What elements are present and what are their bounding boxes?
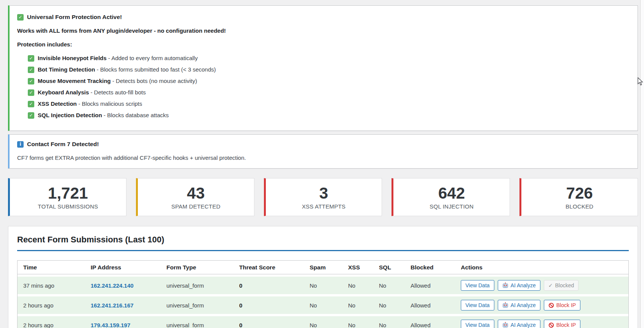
feature-desc: - Detects auto-fill bots <box>89 89 146 96</box>
cell-form-type: universal_form <box>161 302 233 309</box>
info-icon: i <box>17 141 24 148</box>
notice-body: CF7 forms get EXTRA protection with addi… <box>17 154 630 162</box>
window-scrollbar[interactable] <box>640 0 644 328</box>
stat-label: BLOCKED <box>521 203 638 210</box>
block-icon <box>548 322 554 328</box>
check-icon: ✓ <box>28 55 34 62</box>
header-threat-score: Threat Score <box>233 264 304 271</box>
table-row: 37 mins ago 162.241.224.140 universal_fo… <box>18 277 628 294</box>
feature-name: Mouse Movement Tracking <box>38 78 111 84</box>
stat-label: XSS ATTEMPTS <box>266 203 382 210</box>
protection-includes-label: Protection includes: <box>17 41 630 48</box>
stat-label: SPAM DETECTED <box>138 203 254 210</box>
table-row: 2 hours ago 179.43.159.197 universal_for… <box>18 316 628 328</box>
title-rule <box>17 250 629 251</box>
header-ip-address: IP Address <box>85 264 161 271</box>
cell-threat-score: 0 <box>233 322 304 328</box>
list-item: ✓ Invisible Honeypot Fields - Added to e… <box>28 54 630 62</box>
button-label: View Data <box>465 302 490 308</box>
view-data-button[interactable]: View Data <box>461 300 494 310</box>
stat-card-xss-attempts: 3 XSS ATTEMPTS <box>264 178 382 216</box>
notice-title-row: i Contact Form 7 Detected! <box>17 140 630 148</box>
feature-name: Bot Timing Detection <box>38 66 95 73</box>
feature-desc: - Blocks database attacks <box>102 112 169 118</box>
block-ip-button[interactable]: Block IP <box>544 300 580 310</box>
header-form-type: Form Type <box>161 264 233 271</box>
table-row: 2 hours ago 162.241.216.167 universal_fo… <box>18 296 628 314</box>
page-content: ✓ Universal Form Protection Active! Work… <box>8 5 638 328</box>
ip-link[interactable]: 162.241.216.167 <box>91 302 134 309</box>
stat-value: 43 <box>138 184 254 202</box>
panel-title: Recent Form Submissions (Last 100) <box>17 235 629 245</box>
submissions-table: Time IP Address Form Type Threat Score S… <box>17 260 629 328</box>
cell-spam: No <box>304 302 342 309</box>
stat-label: TOTAL SUBMISSIONS <box>10 203 126 210</box>
cell-ip: 162.241.216.167 <box>85 302 161 309</box>
cell-xss: No <box>342 282 373 289</box>
ai-analyze-button[interactable]: AI Analyze <box>498 300 540 310</box>
ip-link[interactable]: 179.43.159.197 <box>91 322 130 328</box>
cell-sql: No <box>373 322 405 328</box>
check-icon: ✓ <box>17 14 24 21</box>
ip-link[interactable]: 162.241.224.140 <box>91 282 134 289</box>
stat-value: 3 <box>266 184 382 202</box>
check-icon: ✓ <box>28 67 34 73</box>
stat-value: 642 <box>393 184 510 202</box>
cell-actions: View Data AI Analyze Block IP <box>455 320 628 328</box>
mouse-cursor <box>638 77 643 87</box>
stats-row: 1,721 TOTAL SUBMISSIONS 43 SPAM DETECTED… <box>8 178 638 216</box>
block-ip-button[interactable]: Block IP <box>544 320 580 328</box>
feature-name: Keyboard Analysis <box>38 89 89 96</box>
button-label: AI Analyze <box>511 282 536 288</box>
protection-feature-list: ✓ Invisible Honeypot Fields - Added to e… <box>28 54 630 119</box>
list-item: ✓ Bot Timing Detection - Blocks forms su… <box>28 66 630 73</box>
cell-ip: 179.43.159.197 <box>85 322 161 328</box>
block-icon <box>548 303 554 308</box>
header-xss: XSS <box>342 264 373 271</box>
cell-form-type: universal_form <box>161 282 233 289</box>
feature-name: SQL Injection Detection <box>38 112 102 118</box>
check-icon: ✓ <box>28 112 34 119</box>
feature-desc: - Blocks malicious scripts <box>77 100 142 107</box>
button-label: View Data <box>465 322 490 328</box>
recent-submissions-panel: Recent Form Submissions (Last 100) Time … <box>8 226 638 328</box>
stat-card-blocked: 726 BLOCKED <box>519 178 638 216</box>
stat-value: 1,721 <box>10 184 126 202</box>
robot-icon <box>502 282 508 288</box>
cell-actions: View Data AI Analyze Block IP <box>455 300 628 310</box>
notice-title: Universal Form Protection Active! <box>27 13 122 21</box>
header-sql: SQL <box>373 264 405 271</box>
cell-xss: No <box>342 302 373 309</box>
feature-name: XSS Detection <box>38 100 77 107</box>
check-icon: ✓ <box>28 78 34 84</box>
cell-spam: No <box>304 282 342 289</box>
header-blocked: Blocked <box>405 264 455 271</box>
view-data-button[interactable]: View Data <box>461 280 494 291</box>
table-header-row: Time IP Address Form Type Threat Score S… <box>18 261 628 274</box>
check-icon: ✓ <box>28 101 34 107</box>
notice-subtitle: Works with ALL forms from ANY plugin/dev… <box>17 27 630 35</box>
header-time: Time <box>18 264 85 271</box>
button-label: AI Analyze <box>511 302 536 308</box>
button-label: Block IP <box>556 302 576 308</box>
view-data-button[interactable]: View Data <box>461 320 494 328</box>
cell-time: 37 mins ago <box>18 282 85 289</box>
notice-cf7-detected: i Contact Form 7 Detected! CF7 forms get… <box>8 134 638 169</box>
ai-analyze-button[interactable]: AI Analyze <box>498 320 540 328</box>
list-item: ✓ Mouse Movement Tracking - Detects bots… <box>28 77 630 85</box>
button-label: Blocked <box>555 282 574 288</box>
blocked-button[interactable]: ✓Blocked <box>544 280 579 291</box>
stat-card-total-submissions: 1,721 TOTAL SUBMISSIONS <box>8 178 126 216</box>
cell-form-type: universal_form <box>161 322 233 328</box>
feature-text: Bot Timing Detection - Blocks forms subm… <box>38 66 216 73</box>
stat-card-sql-injection: 642 SQL INJECTION <box>392 178 510 216</box>
header-actions: Actions <box>455 264 628 271</box>
feature-text: SQL Injection Detection - Blocks databas… <box>38 111 169 119</box>
feature-text: Invisible Honeypot Fields - Added to eve… <box>38 54 198 62</box>
check-icon: ✓ <box>28 89 34 96</box>
ai-analyze-button[interactable]: AI Analyze <box>498 280 540 291</box>
cell-time: 2 hours ago <box>18 322 85 328</box>
list-item: ✓ Keyboard Analysis - Detects auto-fill … <box>28 89 630 96</box>
button-label: Block IP <box>556 322 576 328</box>
feature-name: Invisible Honeypot Fields <box>38 55 107 61</box>
